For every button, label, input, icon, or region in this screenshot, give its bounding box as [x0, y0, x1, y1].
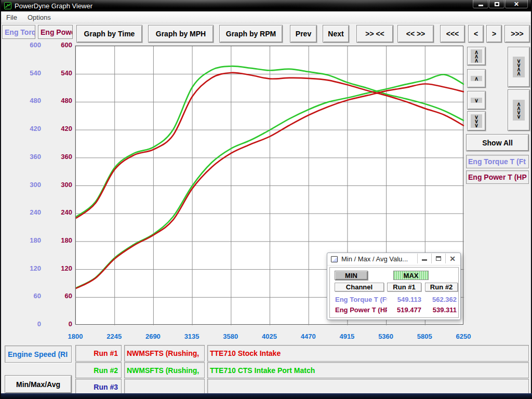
menu-bar: FileOptions — [1, 11, 531, 23]
y-tick-torque-600: 600 — [20, 41, 41, 49]
minmax-window-title: Min / Max / Avg Valu... — [341, 255, 408, 263]
minmax-values-window: Min / Max / Avg Valu... ✕ MIN MAX Channe… — [327, 252, 461, 320]
y-tick-power-60: 60 — [51, 292, 72, 300]
menu-item-options[interactable]: Options — [22, 11, 56, 23]
y-tick-torque-480: 480 — [20, 97, 41, 104]
chevron-glyph: ∧ — [474, 76, 478, 81]
legend-eng-torque: Eng Torque T (Ft — [466, 155, 529, 168]
x-tick-3580: 3580 — [214, 332, 247, 340]
tab-eng-power[interactable]: Eng Powe — [38, 25, 73, 39]
run-label-run-3: Run #3 — [75, 379, 122, 395]
y-tick-torque-540: 540 — [20, 69, 41, 77]
x-tick-6250: 6250 — [447, 332, 480, 340]
y-tick-power-300: 300 — [51, 181, 72, 189]
minmax-column-header-run-1[interactable]: Run #1 — [387, 283, 421, 291]
x-tick-1800: 1800 — [59, 332, 92, 340]
scroll-down-button[interactable]: ∨ — [467, 91, 486, 110]
chevron-icon: ∨∨∧∧ — [513, 57, 524, 77]
window-bottom-border — [1, 393, 532, 399]
y-tick-power-240: 240 — [51, 208, 72, 216]
menu-item-file[interactable]: File — [1, 11, 22, 23]
minmax-title-bar[interactable]: Min / Max / Avg Valu... ✕ — [327, 253, 460, 265]
x-tick-2690: 2690 — [136, 332, 169, 340]
scroll-up-fast-button[interactable]: ∧∧∧ — [467, 47, 486, 65]
close-button[interactable]: ✕ — [505, 0, 528, 8]
y-tick-power-180: 180 — [51, 236, 72, 244]
minmax-body: MIN MAX ChannelRun #1Run #2 Eng Torque T… — [329, 267, 459, 318]
toolbar-button-prev[interactable]: Prev — [290, 25, 317, 43]
x-tick-5360: 5360 — [369, 332, 403, 340]
minmax-channel-name: Eng Torque T (Ft- — [335, 296, 387, 303]
y-tick-power-480: 480 — [51, 97, 72, 104]
show-all-button[interactable]: Show All — [466, 134, 529, 151]
y-tick-power-120: 120 — [51, 264, 72, 272]
minimize-icon — [478, 5, 483, 6]
chevron-glyph: ∧ — [516, 71, 521, 75]
y-tick-power-420: 420 — [51, 125, 72, 132]
toolbar-button-blank[interactable]: >>> — [504, 25, 530, 43]
x-tick-4025: 4025 — [253, 332, 286, 340]
toolbar-button-graph-by-rpm[interactable]: Graph by RPM — [219, 25, 283, 43]
toolbar-button-blank[interactable]: < — [468, 25, 484, 43]
x-tick-4470: 4470 — [291, 332, 325, 340]
toolbar-button-blank[interactable]: >> << — [356, 25, 393, 43]
chevron-icon: ∧∧∧ — [471, 49, 482, 63]
minmax-column-header-channel[interactable]: Channel — [335, 283, 384, 291]
scroll-up-button[interactable]: ∧ — [467, 69, 486, 88]
minmax-window-icon — [331, 256, 338, 262]
run-description-field-1[interactable]: TTE710 Stock Intake — [207, 345, 529, 362]
y-tick-power-0: 0 — [51, 320, 72, 328]
y-tick-torque-180: 180 — [20, 236, 41, 244]
minmax-run2-value: 539.311 — [423, 306, 457, 314]
max-toggle-button[interactable]: MAX — [393, 271, 429, 280]
title-bar: PowerDyne Graph Viewer ✕ — [1, 0, 531, 11]
close-icon: ✕ — [449, 255, 456, 263]
run-label-run-2: Run #2 — [75, 362, 122, 378]
y-tick-torque-240: 240 — [20, 208, 41, 216]
toolbar-button-blank[interactable]: > — [486, 25, 502, 43]
powerdyne-window: PowerDyne Graph Viewer ✕ FileOptions Eng… — [0, 0, 532, 399]
run-file-field-3[interactable] — [124, 379, 205, 395]
expand-scale-button[interactable]: ∧∧∨∨ — [508, 89, 530, 131]
x-axis-channel-label: Engine Speed (RI — [5, 345, 72, 363]
restore-icon — [436, 256, 441, 261]
chevron-icon: ∨ — [471, 98, 482, 103]
minmax-column-header-run-2[interactable]: Run #2 — [425, 283, 458, 291]
toolbar-button-blank[interactable]: << >> — [397, 25, 434, 43]
toolbar-button-graph-by-mph[interactable]: Graph by MPH — [148, 25, 214, 43]
run-description-field-3[interactable] — [207, 379, 529, 395]
close-icon: ✕ — [514, 2, 519, 7]
toolbar-button-next[interactable]: Next — [323, 25, 349, 43]
minimize-button[interactable] — [473, 0, 488, 8]
y-tick-torque-0: 0 — [20, 320, 41, 328]
min-toggle-button[interactable]: MIN — [335, 271, 368, 280]
minmax-avg-button[interactable]: Min/Max/Avg — [5, 375, 72, 393]
tab-eng-torque[interactable]: Eng Torq — [2, 25, 35, 39]
x-tick-3135: 3135 — [175, 332, 208, 340]
maximize-button[interactable] — [489, 0, 504, 8]
chevron-glyph: ∧ — [474, 58, 478, 62]
compress-scale-button[interactable]: ∨∨∧∧ — [508, 47, 530, 87]
minimize-icon — [422, 259, 427, 261]
titlebar-glass — [95, 0, 448, 11]
minmax-minimize-button[interactable] — [417, 254, 431, 263]
run-file-field-2[interactable]: NWMSFTS (Rushing, — [124, 362, 205, 378]
chevron-glyph: ∨ — [474, 98, 478, 102]
run-description-field-2[interactable]: TTE710 CTS Intake Port Match — [207, 362, 529, 378]
legend-eng-power: Eng Power T (HP — [466, 170, 529, 184]
chevron-icon: ∧ — [471, 76, 482, 81]
minmax-restore-button[interactable] — [431, 254, 445, 263]
minmax-close-button[interactable]: ✕ — [445, 254, 459, 263]
minmax-run1-value: 519.477 — [385, 306, 421, 314]
scroll-down-fast-button[interactable]: ∨∨∨ — [467, 111, 486, 131]
chevron-icon: ∨∨∨ — [471, 114, 482, 128]
x-tick-5805: 5805 — [408, 332, 441, 340]
y-tick-torque-420: 420 — [20, 125, 41, 132]
y-tick-power-540: 540 — [51, 69, 72, 77]
toolbar-button-blank[interactable]: <<< — [440, 25, 465, 43]
window-title: PowerDyne Graph Viewer — [15, 2, 92, 10]
toolbar-button-graph-by-time[interactable]: Graph by Time — [76, 25, 142, 43]
minmax-run2-value: 562.362 — [423, 296, 457, 303]
run-file-field-1[interactable]: NWMSFTS (Rushing, — [124, 345, 205, 362]
x-tick-2245: 2245 — [98, 332, 131, 340]
